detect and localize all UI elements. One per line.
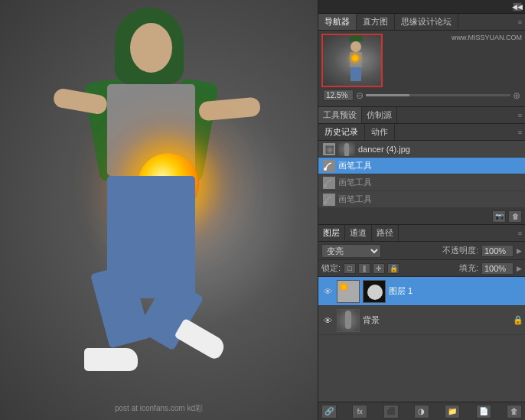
zoom-track-fill	[366, 94, 409, 96]
zoom-input[interactable]	[323, 90, 354, 101]
nav-preview-bg	[323, 35, 381, 86]
tab-actions[interactable]: 动作	[365, 124, 395, 140]
dancer-shoe-right	[174, 318, 227, 362]
thumb-dancer-img	[338, 142, 355, 156]
collapse-button[interactable]: ◀◀	[513, 2, 522, 11]
history-thumb-0	[338, 142, 355, 156]
lock-transparent-icon[interactable]: □	[344, 263, 356, 274]
opacity-arrow[interactable]: ▶	[517, 247, 522, 255]
panel-menu-layers[interactable]: ≡	[518, 230, 522, 237]
canvas-image: post at iconfans.com kd彩	[0, 0, 318, 420]
lock-all-icon[interactable]: 🔒	[387, 263, 399, 274]
tab-histogram[interactable]: 直方图	[357, 14, 395, 30]
tab-tool-presets[interactable]: 工具预设	[318, 107, 362, 123]
adjustments-button[interactable]: ◑	[414, 405, 429, 418]
navigator-preview	[321, 34, 383, 87]
top-bar: ◀◀	[318, 0, 525, 14]
history-item-2[interactable]: 画笔工具	[318, 174, 525, 191]
history-item-1[interactable]: 画笔工具	[318, 158, 525, 174]
blend-row: 变亮 不透明度: ▶	[318, 242, 525, 260]
link-layers-button[interactable]: 🔗	[321, 405, 337, 418]
nav-preview-figure	[342, 37, 369, 83]
history-label-1: 画笔工具	[338, 160, 372, 171]
layer-name-1: 图层 1	[389, 285, 522, 297]
nav-zoom-row: ⊖ ⊕	[321, 87, 522, 103]
zoom-in-icon[interactable]: ⊕	[513, 90, 520, 101]
tab-clone-source[interactable]: 仿制源	[362, 107, 397, 123]
history-icon-0	[323, 143, 335, 155]
presets-row: 工具预设 仿制源 ≡	[318, 107, 525, 124]
nav-mini-orb	[351, 54, 359, 62]
navigator-tabs-row: 导航器 直方图 思缘设计论坛 ≡	[318, 14, 525, 31]
history-label-3: 画笔工具	[338, 194, 372, 205]
nav-mini-head	[351, 41, 361, 52]
layer-item-bg[interactable]: 👁 背景 🔒	[318, 306, 525, 335]
zoom-out-icon[interactable]: ⊖	[356, 90, 364, 101]
history-icon-3	[323, 194, 335, 206]
panel-menu-history[interactable]: ≡	[518, 129, 522, 136]
zoom-slider[interactable]	[366, 94, 510, 96]
add-mask-button[interactable]: ⬛	[383, 405, 399, 418]
dancer-shoe-left	[84, 348, 138, 371]
lock-icons: □ ∥ ✛ 🔒	[344, 263, 456, 274]
fill-label: 填充:	[459, 262, 478, 274]
tab-layers[interactable]: 图层	[318, 225, 345, 241]
dancer-head	[130, 23, 172, 73]
history-item-3[interactable]: 画笔工具	[318, 191, 525, 208]
watermark: post at iconfans.com kd彩	[115, 403, 203, 414]
history-bottom-bar: 📷 🗑	[318, 208, 525, 225]
svg-point-1	[324, 184, 327, 187]
history-item-0[interactable]: dancer (4).jpg	[318, 141, 525, 158]
right-panel: ◀◀ 导航器 直方图 思缘设计论坛 ≡	[318, 0, 525, 420]
panel-menu-nav[interactable]: ≡	[518, 18, 522, 26]
layer-lock-bg: 🔒	[513, 315, 522, 326]
tab-channels[interactable]: 通道	[345, 225, 372, 241]
delete-layer-button[interactable]: 🗑	[507, 405, 522, 418]
fill-arrow[interactable]: ▶	[517, 265, 522, 272]
layers-bottom-bar: 🔗 fx ⬛ ◑ 📁 📄 🗑	[318, 402, 525, 420]
canvas-area: post at iconfans.com kd彩	[0, 0, 318, 420]
layer-fx-button[interactable]: fx	[352, 405, 367, 418]
tab-missyuan[interactable]: 思缘设计论坛	[395, 14, 458, 30]
tab-history[interactable]: 历史记录	[318, 124, 365, 140]
layer-thumb-bg	[337, 309, 360, 332]
svg-point-0	[324, 168, 327, 171]
blend-mode-select[interactable]: 变亮	[321, 244, 381, 258]
new-group-button[interactable]: 📁	[445, 405, 460, 418]
delete-history-button[interactable]: 🗑	[508, 210, 522, 223]
lock-row: 锁定: □ ∥ ✛ 🔒 填充: ▶	[318, 260, 525, 277]
layer-item-1[interactable]: 👁 图层 1	[318, 277, 525, 306]
layer-eye-bg[interactable]: 👁	[321, 314, 334, 327]
svg-point-2	[324, 201, 327, 204]
layer-thumb-1	[337, 280, 360, 303]
lock-label: 锁定:	[321, 262, 341, 274]
layer-mask-1	[363, 280, 386, 303]
new-snapshot-button[interactable]: 📷	[492, 210, 506, 223]
layer-eye-1[interactable]: 👁	[321, 285, 334, 298]
layers-tabs: 图层 通道 路径 ≡	[318, 225, 525, 242]
panel-menu-presets[interactable]: ≡	[518, 112, 522, 119]
layer-list: 👁 图层 1 👁 背景 🔒	[318, 277, 525, 402]
navigator-section: www.MISSYUAN.COM ⊖ ⊕	[318, 31, 525, 107]
nav-mini-hood	[349, 34, 363, 41]
opacity-input[interactable]	[481, 245, 514, 257]
dancer-figure	[23, 0, 283, 413]
history-icon-1	[323, 160, 335, 172]
history-list: dancer (4).jpg 画笔工具	[318, 141, 525, 208]
tab-navigator[interactable]: 导航器	[318, 14, 357, 30]
website-tag: www.MISSYUAN.COM	[452, 34, 522, 41]
lock-position-icon[interactable]: ✛	[373, 263, 385, 274]
history-label-0: dancer (4).jpg	[358, 145, 410, 154]
tab-paths[interactable]: 路径	[372, 225, 399, 241]
history-icon-2	[323, 177, 335, 189]
history-label-2: 画笔工具	[338, 177, 372, 188]
lock-pixels-icon[interactable]: ∥	[358, 263, 370, 274]
history-tabs: 历史记录 动作 ≡	[318, 124, 525, 141]
layer-name-bg: 背景	[363, 314, 510, 326]
fill-input[interactable]	[481, 262, 514, 275]
nav-mini-pants	[351, 67, 361, 81]
new-layer-button[interactable]: 📄	[476, 405, 491, 418]
opacity-label: 不透明度:	[442, 245, 478, 256]
